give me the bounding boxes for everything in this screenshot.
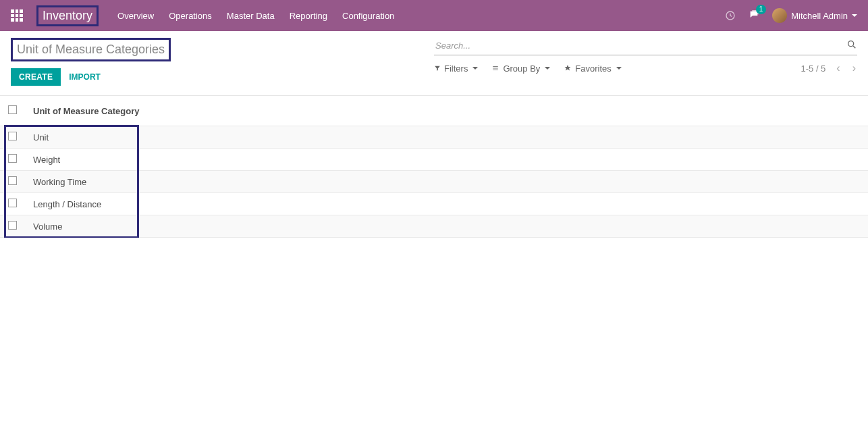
row-checkbox[interactable] — [8, 132, 17, 140]
import-button[interactable]: IMPORT — [66, 68, 103, 86]
select-all-checkbox[interactable] — [8, 105, 17, 114]
discuss-icon[interactable]: 1 — [748, 9, 760, 22]
pager-prev[interactable]: ‹ — [835, 62, 841, 74]
search-input[interactable] — [434, 38, 846, 53]
user-name: Mitchell Admin — [791, 11, 848, 21]
pager-text: 1-5 / 5 — [801, 63, 825, 74]
top-navbar: Inventory Overview Operations Master Dat… — [0, 0, 868, 31]
chevron-down-icon — [852, 14, 857, 17]
create-button[interactable]: CREATE — [11, 68, 61, 86]
table-row[interactable]: Volume — [0, 215, 868, 238]
row-label: Unit — [25, 126, 868, 149]
search-icon[interactable] — [846, 39, 857, 52]
row-checkbox[interactable] — [8, 176, 17, 185]
list-table: Unit of Measure Category — [0, 96, 868, 126]
groupby-menu[interactable]: Group By — [491, 63, 550, 74]
chevron-down-icon — [616, 67, 622, 70]
pager: 1-5 / 5 ‹ › — [801, 62, 857, 74]
column-header[interactable]: Unit of Measure Category — [25, 96, 868, 126]
table-row[interactable]: Unit — [0, 126, 868, 149]
control-panel: Unit of Measure Categories CREATE IMPORT… — [0, 31, 868, 93]
avatar — [772, 8, 787, 23]
apps-icon[interactable] — [11, 9, 23, 22]
nav-configuration[interactable]: Configuration — [342, 11, 394, 21]
row-label: Length / Distance — [25, 193, 868, 215]
chevron-down-icon — [545, 67, 550, 70]
breadcrumb-title: Unit of Measure Categories — [11, 38, 171, 61]
discuss-badge: 1 — [756, 5, 767, 14]
cp-left: Unit of Measure Categories CREATE IMPORT — [11, 38, 434, 93]
nav-menu: Overview Operations Master Data Reportin… — [117, 11, 394, 21]
row-checkbox[interactable] — [8, 199, 17, 207]
search-bar — [434, 38, 857, 55]
toolbar-row: Filters Group By Favorites 1-5 / 5 ‹ › — [434, 62, 857, 74]
button-row: CREATE IMPORT — [11, 68, 434, 86]
table-row[interactable]: Length / Distance — [0, 193, 868, 215]
row-checkbox[interactable] — [8, 221, 17, 230]
pager-next[interactable]: › — [851, 62, 857, 74]
app-brand[interactable]: Inventory — [36, 5, 99, 26]
filters-label: Filters — [444, 63, 468, 74]
user-menu[interactable]: Mitchell Admin — [772, 8, 857, 23]
table-header-row: Unit of Measure Category — [0, 96, 868, 126]
row-label: Weight — [25, 149, 868, 171]
filters-menu[interactable]: Filters — [434, 63, 478, 74]
table-row[interactable]: Working Time — [0, 171, 868, 193]
row-label: Volume — [25, 215, 868, 238]
row-checkbox[interactable] — [8, 154, 17, 163]
activity-icon[interactable] — [725, 10, 736, 21]
chevron-down-icon — [472, 67, 478, 70]
table-row[interactable]: Weight — [0, 149, 868, 171]
cp-right: Filters Group By Favorites 1-5 / 5 ‹ › — [434, 38, 857, 93]
favorites-menu[interactable]: Favorites — [564, 63, 621, 74]
nav-operations[interactable]: Operations — [169, 11, 212, 21]
nav-reporting[interactable]: Reporting — [290, 11, 327, 21]
row-label: Working Time — [25, 171, 868, 193]
svg-point-1 — [848, 41, 854, 47]
list-table-body: UnitWeightWorking TimeLength / DistanceV… — [0, 126, 868, 238]
nav-overview[interactable]: Overview — [117, 11, 154, 21]
favorites-label: Favorites — [575, 63, 611, 74]
groupby-label: Group By — [503, 63, 540, 74]
nav-right: 1 Mitchell Admin — [725, 8, 857, 23]
nav-master-data[interactable]: Master Data — [227, 11, 275, 21]
